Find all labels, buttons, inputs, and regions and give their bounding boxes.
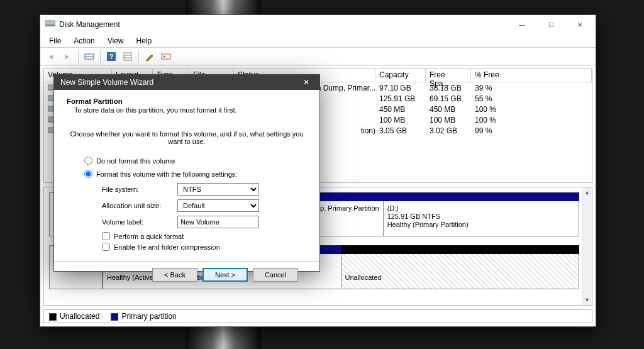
dialog-heading: Format Partition — [67, 97, 307, 105]
checkbox-input[interactable] — [102, 232, 110, 240]
dialog-close-button[interactable]: ✕ — [297, 76, 316, 89]
pct-cell: 100 % — [471, 105, 500, 114]
toolbar-divider — [78, 50, 79, 63]
svg-rect-9 — [162, 54, 170, 59]
checkbox-label: Perform a quick format — [114, 233, 184, 240]
capacity-cell: 3.05 GB — [375, 126, 426, 135]
checkbox-input[interactable] — [102, 243, 110, 251]
capacity-cell: 450 MB — [375, 105, 426, 114]
legend-primary: Primary partition — [111, 312, 176, 321]
swatch-primary — [111, 313, 118, 321]
volume-cap — [383, 192, 579, 201]
radio-input[interactable] — [84, 170, 92, 178]
toolbar: ◄ ► ? — [40, 48, 596, 65]
svg-text:?: ? — [109, 53, 114, 60]
scroll-up-icon[interactable]: ▲ — [582, 187, 592, 197]
col-capacity[interactable]: Capacity — [375, 69, 426, 82]
titlebar[interactable]: Disk Management — ☐ ✕ — [40, 15, 596, 34]
radio-do-not-format[interactable]: Do not format this volume — [84, 157, 307, 165]
volume-block[interactable]: (D:) 125.91 GB NTFS Healthy (Primary Par… — [383, 193, 579, 236]
back-button[interactable]: < Back — [152, 268, 197, 282]
menu-file[interactable]: File — [43, 35, 67, 47]
free-cell: 100 MB — [426, 116, 471, 125]
pct-cell: 100 % — [471, 116, 500, 125]
show-hide-icon[interactable] — [82, 50, 96, 64]
free-cell: 450 MB — [426, 105, 471, 114]
scroll-down-icon[interactable]: ▼ — [582, 295, 592, 305]
allocation-label: Allocation unit size: — [102, 202, 177, 209]
volume-status-text: Healthy (Primary Partition) — [387, 221, 575, 229]
menu-view[interactable]: View — [101, 35, 130, 47]
volume-cap — [341, 245, 580, 254]
menu-help[interactable]: Help — [130, 35, 158, 47]
pct-cell: 39 % — [471, 84, 496, 92]
legend-unallocated: Unallocated — [49, 312, 99, 321]
volume-label-input[interactable] — [177, 216, 259, 228]
legend: Unallocated Primary partition — [43, 309, 592, 323]
app-icon — [45, 19, 55, 30]
capacity-cell: 100 MB — [375, 116, 426, 125]
volume-info: 125.91 GB NTFS — [387, 213, 575, 221]
nav-back-icon[interactable]: ◄ — [44, 50, 58, 64]
svg-rect-6 — [124, 53, 131, 60]
close-button[interactable]: ✕ — [565, 15, 594, 34]
svg-rect-1 — [45, 25, 55, 26]
window-title: Disk Management — [59, 20, 120, 29]
volume-block-unallocated[interactable]: Unallocated — [341, 246, 579, 289]
help-icon[interactable]: ? — [104, 50, 118, 64]
swatch-unalloc — [49, 313, 57, 321]
radio-input[interactable] — [84, 157, 92, 165]
checkbox-compression[interactable]: Enable file and folder compression — [102, 243, 307, 251]
capacity-cell: 97.10 GB — [375, 84, 426, 92]
free-cell: 69.15 GB — [426, 94, 471, 103]
menubar: File Action View Help — [40, 34, 596, 48]
volume-letter: (D:) — [387, 204, 575, 213]
volume-label-label: Volume label: — [102, 218, 177, 226]
free-cell: 3.02 GB — [426, 126, 471, 135]
volume-status-text: Unallocated — [345, 274, 575, 282]
toolbar-divider — [100, 50, 101, 63]
dialog-subheading: To store data on this partition, you mus… — [74, 106, 307, 114]
svg-point-10 — [164, 55, 165, 57]
radio-format-with-settings[interactable]: Format this volume with the following se… — [84, 170, 307, 178]
capacity-cell: 125.91 GB — [375, 94, 426, 103]
settings-icon[interactable] — [159, 50, 173, 64]
pen-icon[interactable] — [143, 50, 157, 64]
col-pctfree[interactable]: % Free — [471, 69, 592, 82]
allocation-select[interactable]: Default — [177, 199, 259, 212]
free-cell: 38.18 GB — [426, 84, 471, 92]
pct-cell: 99 % — [471, 126, 496, 135]
next-button[interactable]: Next > — [203, 268, 248, 282]
filesystem-label: File system: — [102, 186, 177, 193]
dialog-titlebar[interactable]: New Simple Volume Wizard ✕ — [54, 75, 319, 90]
radio-label: Do not format this volume — [96, 157, 175, 165]
pct-cell: 55 % — [471, 94, 496, 103]
minimize-button[interactable]: — — [508, 15, 536, 34]
col-free[interactable]: Free Spa... — [426, 69, 471, 82]
maximize-button[interactable]: ☐ — [536, 15, 565, 34]
list-icon[interactable] — [121, 50, 135, 64]
dialog-help-text: Choose whether you want to format this v… — [67, 130, 307, 145]
dialog-title: New Simple Volume Wizard — [60, 78, 153, 87]
menu-action[interactable]: Action — [67, 35, 101, 47]
radio-label: Format this volume with the following se… — [96, 170, 237, 178]
nav-forward-icon[interactable]: ► — [60, 50, 74, 64]
cancel-button[interactable]: Cancel — [253, 268, 298, 282]
filesystem-select[interactable]: NTFS — [177, 183, 259, 196]
vertical-scrollbar[interactable]: ▲ ▼ — [582, 187, 592, 305]
dialog-body: Format Partition To store data on this p… — [54, 90, 319, 282]
checkbox-label: Enable file and folder compression — [114, 243, 220, 251]
checkbox-quick-format[interactable]: Perform a quick format — [102, 232, 307, 240]
new-simple-volume-wizard: New Simple Volume Wizard ✕ Format Partit… — [53, 74, 320, 272]
toolbar-divider — [138, 50, 139, 63]
